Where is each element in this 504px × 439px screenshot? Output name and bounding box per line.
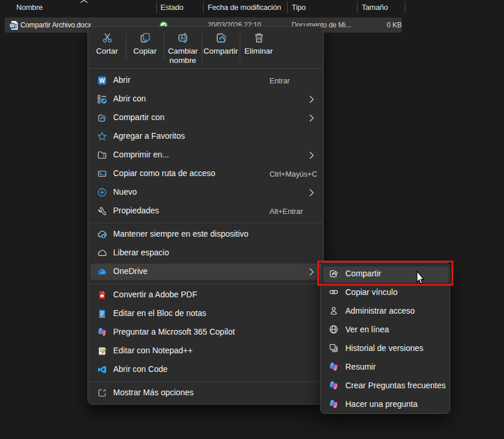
svg-text:W: W: [10, 23, 15, 29]
svg-text:W: W: [99, 76, 105, 83]
svg-text:M365: M365: [100, 332, 104, 335]
